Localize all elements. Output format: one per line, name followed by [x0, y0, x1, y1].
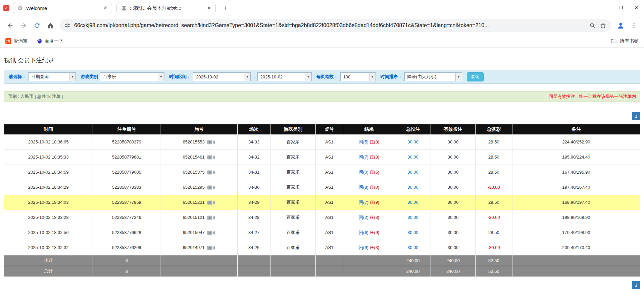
date-from-select[interactable]: 2025-10-02 ▼	[193, 72, 251, 81]
all-bookmarks-button[interactable]: 所有书签	[620, 38, 639, 44]
summary-empty-cell	[237, 266, 270, 277]
profile-button[interactable]	[614, 19, 627, 32]
round-cell: 652015375	[160, 165, 237, 180]
total-bet-link[interactable]: 30.00	[407, 185, 418, 190]
sort-select[interactable]: 降幂(由大到小) ▼	[404, 72, 462, 81]
game-type-label: 游戏类别	[81, 74, 98, 80]
video-icon[interactable]	[207, 200, 215, 205]
refresh-button[interactable]	[30, 19, 44, 32]
summary-count-cell: 8	[93, 266, 160, 277]
total-bet-link[interactable]: 30.00	[407, 200, 418, 205]
remark-cell: 200.40/170.40	[512, 240, 640, 255]
time-cell: 2025-10-02 18:36:05	[4, 134, 93, 149]
minimize-button[interactable]: ─	[598, 0, 613, 15]
chevron-down-icon[interactable]: ▼	[69, 73, 76, 81]
close-window-button[interactable]: ✕	[629, 0, 644, 15]
back-button[interactable]	[3, 19, 17, 32]
chevron-down-icon[interactable]: ▼	[158, 73, 164, 81]
time-cell: 2025-10-02 18:33:28	[4, 210, 93, 225]
currency-summary-text: 币别 : 人民币 | 总共 :8 注单 |	[8, 94, 63, 100]
video-icon[interactable]	[207, 170, 215, 175]
total-bet-link[interactable]: 30.00	[407, 139, 418, 144]
bookmark-baidu[interactable]: 百度一下	[37, 38, 63, 44]
summary-empty-cell	[160, 266, 237, 277]
remark-cell: 197.40/167.40	[512, 180, 640, 195]
date-from-value: 2025-10-02	[193, 73, 244, 81]
bet-id-cell: 522858776628	[93, 225, 160, 240]
per-page-select[interactable]: 100 ▼	[340, 72, 376, 81]
query-type-label: 请选择：	[9, 74, 26, 80]
summary-empty-cell	[237, 255, 270, 266]
summary-count-cell: 8	[93, 255, 160, 266]
site-info-icon[interactable]	[64, 22, 70, 28]
video-icon[interactable]	[207, 185, 215, 190]
result-cell: 闲(5) 庄(8)	[343, 134, 395, 149]
globe-favicon	[121, 5, 127, 11]
chevron-down-icon[interactable]: ▼	[455, 73, 462, 81]
bookmark-star-icon[interactable]	[600, 22, 606, 29]
table-row: 2025-10-02 18:34:59522858779005652015375…	[4, 165, 640, 180]
search-button[interactable]: 查询	[467, 72, 484, 81]
video-icon[interactable]	[207, 230, 215, 235]
total-bet-link[interactable]: 30.00	[407, 230, 418, 235]
browser-menu-button[interactable]	[627, 19, 641, 32]
game-type-value: 百家乐	[100, 73, 158, 81]
video-icon[interactable]	[207, 215, 215, 220]
table-no-cell: AS1	[316, 225, 343, 240]
address-bar[interactable]: 66cxkj98.com/ipl/portal.php/game/betreco…	[60, 19, 611, 32]
column-header: 结果	[343, 124, 395, 134]
zoom-icon[interactable]	[589, 22, 596, 29]
tab-bet-records[interactable]: :::视讯, 会员下注纪录::: ✕	[116, 2, 216, 14]
chevron-down-icon[interactable]: ▼	[244, 73, 250, 81]
query-type-select[interactable]: 日期查询 ▼	[28, 72, 76, 81]
summary-empty-cell	[316, 266, 343, 277]
video-icon[interactable]	[207, 140, 215, 145]
remark-cell: 170.40/198.90	[512, 225, 640, 240]
bet-records-table: 时间注单编号局号场次游戏类别桌号结果总投注有效投注总派彩备注 2025-10-0…	[4, 124, 640, 277]
total-bet-link[interactable]: 30.00	[407, 245, 418, 250]
page-number-button[interactable]: 1	[632, 281, 640, 289]
table-no-cell: AS1	[316, 149, 343, 165]
red-checkmark-icon[interactable]: ✓	[3, 5, 9, 11]
payout-cell: -30.00	[475, 180, 512, 195]
table-no-cell: AS1	[316, 180, 343, 195]
total-bet-link[interactable]: 30.00	[407, 170, 418, 175]
home-button[interactable]	[44, 19, 57, 32]
chevron-down-icon[interactable]: ▼	[305, 73, 311, 81]
welcome-favicon	[17, 5, 23, 11]
valid-bet-cell: 30.00	[431, 149, 476, 165]
new-tab-button[interactable]: +	[223, 4, 228, 12]
column-header: 总派彩	[475, 124, 512, 134]
tab-welcome[interactable]: Welcome ✕	[13, 2, 112, 14]
chevron-down-icon[interactable]: ▼	[369, 73, 376, 81]
folder-icon	[610, 38, 617, 44]
pagination-top: 1	[4, 112, 640, 120]
column-header: 总投注	[395, 124, 431, 134]
payout-cell: 28.50	[475, 165, 512, 180]
summary-empty-cell	[270, 255, 316, 266]
refresh-icon	[34, 22, 41, 29]
bet-id-cell: 522858777858	[93, 195, 160, 210]
page-number-button[interactable]: 1	[632, 112, 640, 120]
total-bet-link[interactable]: 30.00	[407, 215, 418, 220]
total-bet-link[interactable]: 30.00	[407, 155, 418, 160]
date-to-value: 2025-10-02	[258, 73, 305, 81]
bookmark-taobao[interactable]: 淘 爱淘宝	[5, 38, 28, 44]
date-to-select[interactable]: 2025-10-02 ▼	[257, 72, 312, 81]
result-cell: 闲(8) 庄(0)	[343, 180, 395, 195]
close-icon[interactable]: ✕	[102, 5, 108, 11]
table-row: 2025-10-02 18:35:33522858779681652015461…	[4, 149, 640, 165]
video-icon[interactable]	[207, 245, 215, 250]
round-cell: 652015553	[160, 134, 237, 149]
total-bet-cell: 30.00	[395, 149, 431, 165]
total-bet-cell: 30.00	[395, 210, 431, 225]
maximize-button[interactable]: ❐	[613, 0, 629, 15]
game-type-select[interactable]: 百家乐 ▼	[100, 72, 164, 81]
round-cell: 652015221	[160, 195, 237, 210]
round-cell: 652015047	[160, 225, 237, 240]
video-icon[interactable]	[207, 155, 215, 160]
summary-valid-bet-cell: 240.00	[431, 266, 476, 277]
result-cell: 闲(7) 庄(9)	[343, 195, 395, 210]
forward-button[interactable]	[17, 19, 30, 32]
close-icon[interactable]: ✕	[206, 5, 212, 11]
